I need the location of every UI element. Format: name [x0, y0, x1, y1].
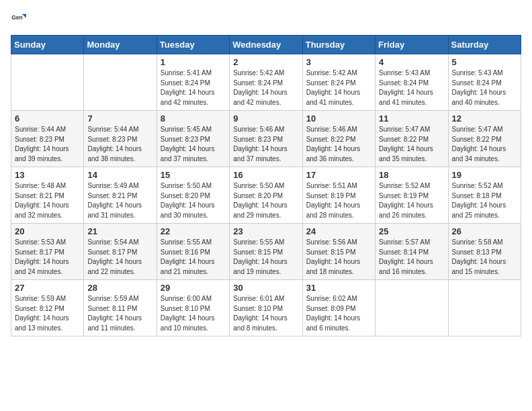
logo-icon: Gen: [11, 11, 27, 27]
calendar-cell: 9Sunrise: 5:46 AMSunset: 8:23 PMDaylight…: [230, 111, 302, 167]
calendar-cell: 16Sunrise: 5:50 AMSunset: 8:20 PMDayligh…: [230, 167, 302, 224]
day-number: 12: [452, 113, 517, 124]
day-number: 21: [87, 226, 152, 236]
calendar-cell: 15Sunrise: 5:50 AMSunset: 8:20 PMDayligh…: [157, 167, 229, 224]
calendar-cell: 24Sunrise: 5:56 AMSunset: 8:15 PMDayligh…: [302, 224, 375, 280]
calendar-cell: 17Sunrise: 5:51 AMSunset: 8:19 PMDayligh…: [302, 167, 375, 224]
calendar-cell: 13Sunrise: 5:48 AMSunset: 8:21 PMDayligh…: [11, 167, 84, 224]
weekday-header-tuesday: Tuesday: [157, 36, 229, 54]
page-header: Gen: [11, 11, 521, 27]
day-info: Sunrise: 5:46 AMSunset: 8:22 PMDaylight:…: [306, 125, 371, 164]
day-info: Sunrise: 6:01 AMSunset: 8:10 PMDaylight:…: [233, 294, 298, 333]
day-info: Sunrise: 5:50 AMSunset: 8:20 PMDaylight:…: [233, 181, 298, 220]
day-number: 25: [379, 226, 444, 236]
day-number: 24: [306, 226, 371, 236]
calendar-cell: 21Sunrise: 5:54 AMSunset: 8:17 PMDayligh…: [84, 224, 157, 280]
calendar-cell: 18Sunrise: 5:52 AMSunset: 8:19 PMDayligh…: [375, 167, 448, 224]
day-info: Sunrise: 5:47 AMSunset: 8:22 PMDaylight:…: [379, 125, 444, 164]
day-number: 2: [233, 57, 298, 67]
calendar-cell: 20Sunrise: 5:53 AMSunset: 8:17 PMDayligh…: [11, 224, 84, 280]
day-number: 22: [161, 226, 226, 236]
day-number: 8: [161, 113, 226, 124]
day-number: 5: [452, 57, 517, 67]
day-info: Sunrise: 5:45 AMSunset: 8:23 PMDaylight:…: [161, 125, 226, 164]
day-number: 4: [379, 57, 444, 67]
calendar-cell: 11Sunrise: 5:47 AMSunset: 8:22 PMDayligh…: [375, 111, 448, 167]
calendar-cell: [448, 280, 521, 336]
calendar-cell: 4Sunrise: 5:43 AMSunset: 8:24 PMDaylight…: [375, 54, 448, 111]
calendar-cell: [84, 54, 157, 111]
day-info: Sunrise: 5:42 AMSunset: 8:24 PMDaylight:…: [306, 68, 371, 107]
day-number: 14: [87, 170, 152, 180]
day-info: Sunrise: 5:44 AMSunset: 8:23 PMDaylight:…: [87, 125, 152, 164]
day-info: Sunrise: 5:42 AMSunset: 8:24 PMDaylight:…: [233, 68, 298, 107]
calendar-cell: 27Sunrise: 5:59 AMSunset: 8:12 PMDayligh…: [11, 280, 84, 336]
day-info: Sunrise: 5:52 AMSunset: 8:18 PMDaylight:…: [452, 181, 517, 220]
calendar-cell: 6Sunrise: 5:44 AMSunset: 8:23 PMDaylight…: [11, 111, 84, 167]
day-number: 1: [161, 57, 226, 67]
day-number: 19: [452, 170, 517, 180]
day-info: Sunrise: 5:50 AMSunset: 8:20 PMDaylight:…: [161, 181, 226, 220]
calendar-cell: 26Sunrise: 5:58 AMSunset: 8:13 PMDayligh…: [448, 224, 521, 280]
weekday-header-thursday: Thursday: [302, 36, 375, 54]
calendar-cell: 1Sunrise: 5:41 AMSunset: 8:24 PMDaylight…: [157, 54, 229, 111]
day-number: 10: [306, 113, 371, 124]
day-info: Sunrise: 5:58 AMSunset: 8:13 PMDaylight:…: [452, 238, 517, 277]
calendar-cell: 30Sunrise: 6:01 AMSunset: 8:10 PMDayligh…: [230, 280, 302, 336]
weekday-header-saturday: Saturday: [448, 36, 521, 54]
calendar-cell: 2Sunrise: 5:42 AMSunset: 8:24 PMDaylight…: [230, 54, 302, 111]
day-number: 3: [306, 57, 371, 67]
day-info: Sunrise: 5:51 AMSunset: 8:19 PMDaylight:…: [306, 181, 371, 220]
day-number: 26: [452, 226, 517, 236]
day-info: Sunrise: 5:43 AMSunset: 8:24 PMDaylight:…: [452, 68, 517, 107]
calendar-cell: 14Sunrise: 5:49 AMSunset: 8:21 PMDayligh…: [84, 167, 157, 224]
calendar-cell: 12Sunrise: 5:47 AMSunset: 8:22 PMDayligh…: [448, 111, 521, 167]
day-info: Sunrise: 5:41 AMSunset: 8:24 PMDaylight:…: [161, 68, 226, 107]
day-info: Sunrise: 5:43 AMSunset: 8:24 PMDaylight:…: [379, 68, 444, 107]
day-number: 31: [306, 283, 371, 293]
calendar-cell: 23Sunrise: 5:55 AMSunset: 8:15 PMDayligh…: [230, 224, 302, 280]
day-info: Sunrise: 5:46 AMSunset: 8:23 PMDaylight:…: [233, 125, 298, 164]
day-info: Sunrise: 5:48 AMSunset: 8:21 PMDaylight:…: [15, 181, 80, 220]
day-info: Sunrise: 5:56 AMSunset: 8:15 PMDaylight:…: [306, 238, 371, 277]
day-info: Sunrise: 5:59 AMSunset: 8:11 PMDaylight:…: [87, 294, 152, 333]
day-number: 7: [87, 113, 152, 124]
day-number: 15: [161, 170, 226, 180]
day-number: 28: [87, 283, 152, 293]
day-number: 27: [15, 283, 80, 293]
day-number: 9: [233, 113, 298, 124]
calendar-cell: 19Sunrise: 5:52 AMSunset: 8:18 PMDayligh…: [448, 167, 521, 224]
weekday-header-monday: Monday: [84, 36, 157, 54]
day-info: Sunrise: 5:53 AMSunset: 8:17 PMDaylight:…: [15, 238, 80, 277]
day-number: 17: [306, 170, 371, 180]
calendar-cell: 25Sunrise: 5:57 AMSunset: 8:14 PMDayligh…: [375, 224, 448, 280]
day-info: Sunrise: 5:55 AMSunset: 8:15 PMDaylight:…: [233, 238, 298, 277]
day-number: 30: [233, 283, 298, 293]
svg-text:Gen: Gen: [11, 14, 22, 21]
weekday-header-sunday: Sunday: [11, 36, 84, 54]
day-info: Sunrise: 5:54 AMSunset: 8:17 PMDaylight:…: [87, 238, 152, 277]
day-info: Sunrise: 5:55 AMSunset: 8:16 PMDaylight:…: [161, 238, 226, 277]
weekday-header-friday: Friday: [375, 36, 448, 54]
day-info: Sunrise: 6:00 AMSunset: 8:10 PMDaylight:…: [161, 294, 226, 333]
calendar-header: SundayMondayTuesdayWednesdayThursdayFrid…: [11, 36, 521, 54]
calendar-cell: 31Sunrise: 6:02 AMSunset: 8:09 PMDayligh…: [302, 280, 375, 336]
day-number: 6: [15, 113, 80, 124]
day-info: Sunrise: 6:02 AMSunset: 8:09 PMDaylight:…: [306, 294, 371, 333]
day-info: Sunrise: 5:59 AMSunset: 8:12 PMDaylight:…: [15, 294, 80, 333]
day-number: 23: [233, 226, 298, 236]
calendar-cell: 8Sunrise: 5:45 AMSunset: 8:23 PMDaylight…: [157, 111, 229, 167]
calendar-cell: [375, 280, 448, 336]
day-number: 13: [15, 170, 80, 180]
day-info: Sunrise: 5:52 AMSunset: 8:19 PMDaylight:…: [379, 181, 444, 220]
day-info: Sunrise: 5:49 AMSunset: 8:21 PMDaylight:…: [87, 181, 152, 220]
calendar-cell: 28Sunrise: 5:59 AMSunset: 8:11 PMDayligh…: [84, 280, 157, 336]
weekday-header-wednesday: Wednesday: [230, 36, 302, 54]
svg-marker-1: [22, 14, 26, 18]
day-info: Sunrise: 5:57 AMSunset: 8:14 PMDaylight:…: [379, 238, 444, 277]
calendar-cell: 5Sunrise: 5:43 AMSunset: 8:24 PMDaylight…: [448, 54, 521, 111]
day-number: 29: [161, 283, 226, 293]
day-number: 18: [379, 170, 444, 180]
day-info: Sunrise: 5:44 AMSunset: 8:23 PMDaylight:…: [15, 125, 80, 164]
calendar-cell: [11, 54, 84, 111]
